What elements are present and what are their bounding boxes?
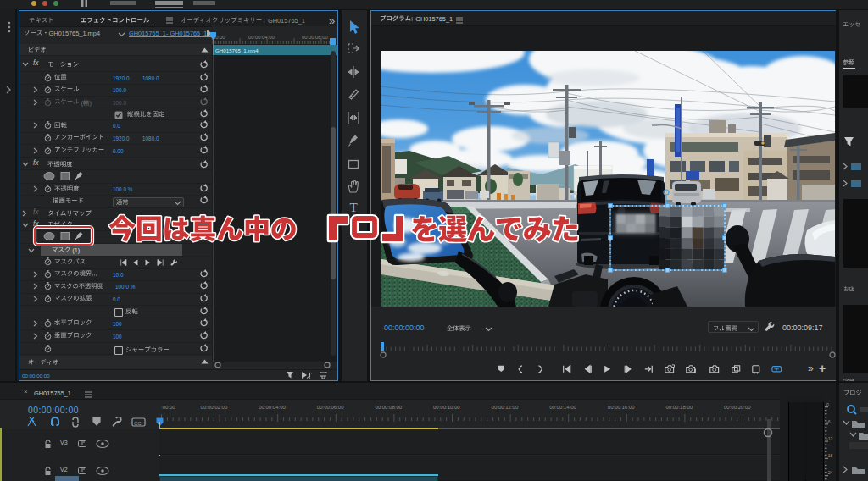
svg-text:CC: CC [134,421,142,426]
